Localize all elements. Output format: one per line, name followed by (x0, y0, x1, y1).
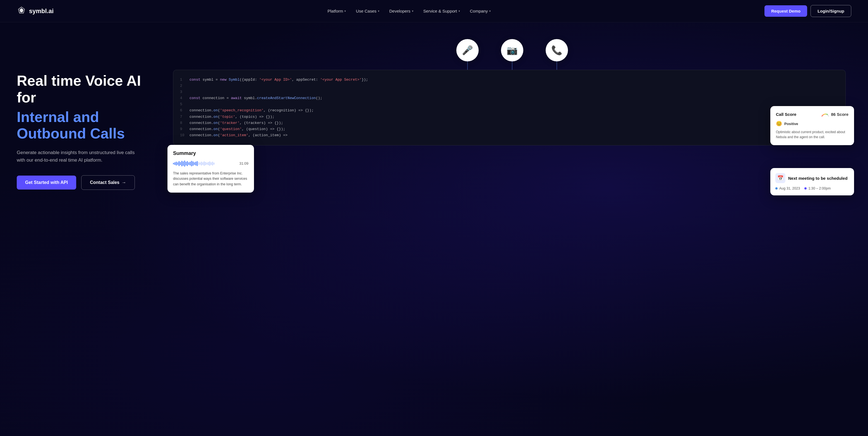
icons-row: 🎤 📷 📞 (456, 39, 568, 61)
arrow-icon: → (122, 180, 126, 185)
code-line-6: 6 connection.on('speech_recognition', (r… (180, 107, 839, 114)
sentiment-description: Optimistic about current product, excite… (776, 129, 848, 139)
nav-actions: Request Demo Login/Signup (765, 5, 851, 17)
meeting-icon: 📅 (775, 173, 785, 183)
get-started-button[interactable]: Get Started with API (17, 176, 76, 190)
nav-item-developers[interactable]: Developers ▾ (385, 6, 417, 15)
audio-time: 31:09 (239, 161, 248, 165)
chevron-down-icon: ▾ (412, 9, 413, 12)
camera-icon-circle: 📷 (501, 39, 523, 61)
hero-left: Real time Voice AI for Internal and Outb… (17, 39, 162, 190)
nav-links: Platform ▾ Use Cases ▾ Developers ▾ Serv… (54, 6, 765, 15)
call-score-value: 86 Score (822, 112, 848, 117)
nav-item-usecases[interactable]: Use Cases ▾ (352, 6, 383, 15)
chevron-down-icon: ▾ (344, 9, 346, 12)
hero-buttons: Get Started with API Contact Sales → (17, 175, 162, 190)
code-line-7: 7 connection.on('topic', (topics) => {})… (180, 114, 839, 120)
audio-waveform-mini (173, 160, 238, 167)
nav-item-company[interactable]: Company ▾ (466, 6, 495, 15)
contact-sales-button[interactable]: Contact Sales → (81, 175, 135, 190)
hero-title-line2: Internal and Outbound Calls (17, 109, 162, 142)
sentiment-emoji: 😊 (776, 121, 782, 127)
hero-right: 🎤 📷 📞 1 const symbl = new Symbl({appId: … (173, 39, 851, 201)
navbar: symbl.ai Platform ▾ Use Cases ▾ Develope… (0, 0, 868, 22)
nav-item-platform[interactable]: Platform ▾ (324, 6, 350, 15)
summary-description: The sales representative from Enterprise… (173, 171, 248, 187)
meeting-date: Aug 31, 2023 (775, 186, 800, 190)
phone-icon-circle: 📞 (546, 39, 568, 61)
chevron-down-icon: ▾ (378, 9, 379, 12)
logo-text: symbl.ai (29, 7, 54, 15)
meeting-card: 📅 Next meeting to be scheduled Aug 31, 2… (770, 168, 854, 195)
summary-card-title: Summary (173, 151, 248, 156)
hero-title-line1: Real time Voice AI for (17, 72, 162, 106)
audio-bar: 31:09 (173, 160, 248, 167)
code-line-8: 8 connection.on('tracker', (trackers) =>… (180, 120, 839, 126)
nav-item-service-support[interactable]: Service & Support ▾ (420, 6, 464, 15)
call-score-label: Call Score (776, 112, 796, 117)
code-line-4: 4 const connection = await symbl.createA… (180, 95, 839, 101)
summary-card: Summary 31:09 The sales representative f… (167, 145, 254, 193)
meeting-details: Aug 31, 2023 1:30 – 2:00pm (775, 186, 849, 190)
logo[interactable]: symbl.ai (17, 6, 54, 16)
svg-marker-1 (20, 8, 24, 12)
sentiment-row: 😊 Positive (776, 121, 848, 127)
microphone-icon-circle: 🎤 (456, 39, 479, 61)
meeting-time: 1:30 – 2:00pm (804, 186, 831, 190)
code-line-9: 9 connection.on('question', (question) =… (180, 126, 839, 132)
hero-section: Real time Voice AI for Internal and Outb… (0, 22, 868, 436)
request-demo-button[interactable]: Request Demo (765, 5, 807, 17)
code-line-10: 10 connection.on('action_item', (action_… (180, 132, 839, 138)
code-window: 1 const symbl = new Symbl({appId: '<your… (173, 70, 846, 146)
chevron-down-icon: ▾ (489, 9, 491, 12)
date-dot (775, 187, 778, 190)
sentiment-label: Positive (784, 122, 798, 126)
code-line-5: 5 (180, 101, 839, 107)
code-line-2: 2 (180, 83, 839, 89)
chevron-down-icon: ▾ (459, 9, 460, 12)
logo-icon (17, 6, 26, 16)
call-score-header: Call Score 86 Score (776, 112, 848, 117)
hero-subtitle: Generate actionable insights from unstru… (17, 149, 140, 164)
login-signup-button[interactable]: Login/Signup (810, 5, 851, 17)
meeting-title: Next meeting to be scheduled (788, 176, 848, 181)
code-line-1: 1 const symbl = new Symbl({appId: '<your… (180, 77, 839, 83)
time-dot (804, 187, 807, 190)
code-line-3: 3 (180, 89, 839, 95)
call-score-card: Call Score 86 Score (770, 106, 854, 145)
meeting-header: 📅 Next meeting to be scheduled (775, 173, 849, 183)
score-arc-icon (822, 112, 829, 117)
